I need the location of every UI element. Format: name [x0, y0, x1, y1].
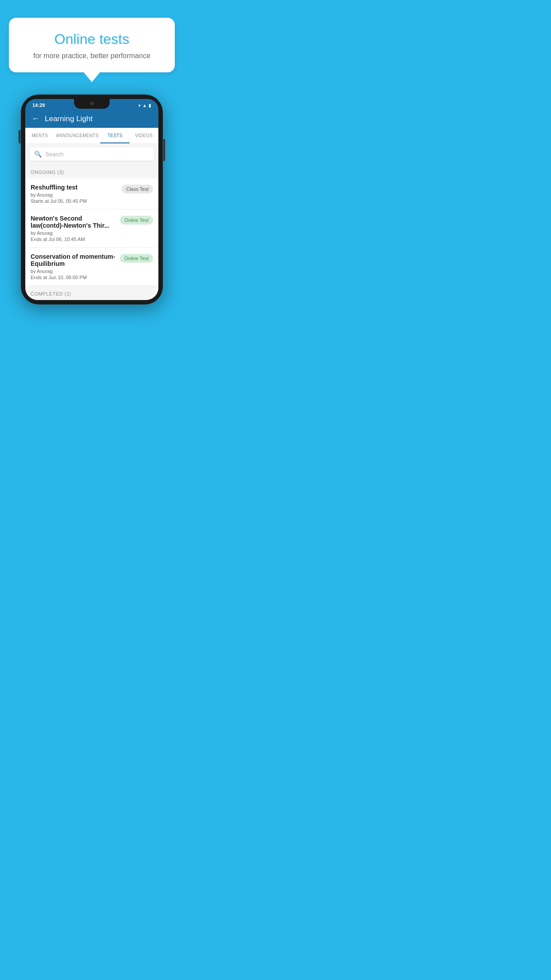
- app-title: Learning Light: [45, 115, 93, 123]
- test-item-reshuffling[interactable]: Reshuffling test by Anurag Starts at Jul…: [25, 178, 158, 209]
- ongoing-section-header: ONGOING (3): [25, 164, 158, 178]
- status-bar-area: 14:29 ▾ ▲ ▮ ← Learning Light: [25, 99, 158, 128]
- tab-videos[interactable]: VIDEOS: [130, 128, 158, 143]
- wifi-icon: ▾: [138, 103, 141, 108]
- test-date-reshuffling: Starts at Jul 05, 05:45 PM: [31, 198, 118, 204]
- test-info-newtons: Newton's Second law(contd)-Newton's Thir…: [31, 215, 120, 242]
- test-author-newtons: by Anurag: [31, 230, 116, 236]
- test-info-conservation: Conservation of momentum-Equilibrium by …: [31, 253, 120, 280]
- phone-side-button-left: [19, 130, 20, 143]
- search-input[interactable]: Search: [45, 151, 63, 158]
- background-area: Online tests for more practice, better p…: [0, 0, 184, 304]
- status-time: 14:29: [32, 103, 45, 108]
- back-button[interactable]: ←: [31, 114, 39, 123]
- tab-announcements[interactable]: ANNOUNCEMENTS: [54, 128, 100, 143]
- completed-section-header: COMPLETED (1): [25, 286, 158, 300]
- test-name-newtons: Newton's Second law(contd)-Newton's Thir…: [31, 215, 116, 229]
- test-badge-conservation: Online Test: [120, 254, 153, 263]
- bubble-title: Online tests: [22, 31, 161, 47]
- search-bar[interactable]: 🔍 Search: [30, 147, 154, 161]
- test-item-newtons[interactable]: Newton's Second law(contd)-Newton's Thir…: [25, 209, 158, 248]
- test-author-conservation: by Anurag: [31, 269, 116, 274]
- phone-side-button-right: [163, 139, 165, 161]
- test-date-conservation: Ends at Jun 10, 06:00 PM: [31, 275, 116, 280]
- bubble-subtitle: for more practice, better performance: [22, 52, 161, 60]
- signal-icon: ▲: [142, 103, 147, 108]
- tab-ments[interactable]: MENTS: [25, 128, 54, 143]
- tab-tests[interactable]: TESTS: [100, 128, 129, 143]
- test-date-newtons: Ends at Jul 06, 10:45 AM: [31, 237, 116, 242]
- test-badge-reshuffling: Class Test: [122, 185, 153, 194]
- test-badge-newtons: Online Test: [120, 216, 153, 225]
- phone-frame: 14:29 ▾ ▲ ▮ ← Learning Light: [21, 95, 163, 304]
- test-name-reshuffling: Reshuffling test: [31, 184, 118, 191]
- test-item-conservation[interactable]: Conservation of momentum-Equilibrium by …: [25, 248, 158, 286]
- battery-icon: ▮: [149, 103, 151, 108]
- test-author-reshuffling: by Anurag: [31, 192, 118, 198]
- phone-notch: [74, 99, 110, 109]
- status-icons: ▾ ▲ ▮: [138, 103, 151, 108]
- app-bar: ← Learning Light: [25, 110, 158, 128]
- search-container: 🔍 Search: [25, 144, 158, 164]
- speech-bubble: Online tests for more practice, better p…: [9, 18, 175, 72]
- phone-mockup: 14:29 ▾ ▲ ▮ ← Learning Light: [21, 95, 163, 304]
- camera-icon: [90, 102, 94, 105]
- search-icon: 🔍: [34, 150, 42, 158]
- tabs-bar: MENTS ANNOUNCEMENTS TESTS VIDEOS: [25, 128, 158, 144]
- test-name-conservation: Conservation of momentum-Equilibrium: [31, 253, 116, 267]
- test-info-reshuffling: Reshuffling test by Anurag Starts at Jul…: [31, 184, 122, 204]
- completed-label: COMPLETED (1): [31, 291, 71, 296]
- ongoing-label: ONGOING (3): [31, 170, 64, 175]
- test-list: Reshuffling test by Anurag Starts at Jul…: [25, 178, 158, 286]
- phone-screen: MENTS ANNOUNCEMENTS TESTS VIDEOS 🔍: [25, 128, 158, 300]
